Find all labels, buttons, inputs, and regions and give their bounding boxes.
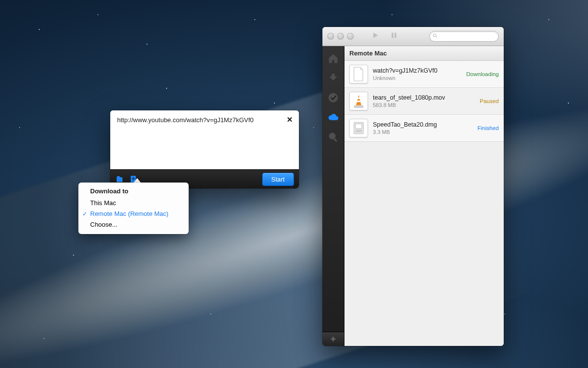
resume-button[interactable] — [371, 31, 379, 41]
sidebar-add-button[interactable] — [322, 332, 344, 346]
sidebar-item-completed[interactable] — [325, 89, 342, 106]
cloud-icon — [328, 112, 339, 123]
titlebar — [322, 27, 504, 46]
sidebar-item-search[interactable] — [325, 129, 342, 145]
search-input[interactable] — [429, 31, 499, 42]
download-status: Paused — [480, 98, 499, 104]
file-type-icon — [349, 65, 368, 83]
download-name: watch?v=gJ1Mz7kGVf0 — [373, 67, 462, 74]
download-to-popover: Download to This Mac ✓ Remote Mac (Remot… — [78, 183, 189, 234]
popover-item-remote-mac[interactable]: ✓ Remote Mac (Remote Mac) — [78, 209, 189, 219]
plus-icon — [330, 336, 337, 342]
download-row[interactable]: SpeedTao_Beta20.dmg 3.3 MB Finished — [344, 115, 504, 142]
section-title: Remote Mac — [344, 46, 504, 61]
file-type-icon — [349, 119, 368, 137]
download-subtext: 583.8 MB — [373, 102, 475, 108]
home-icon — [328, 53, 339, 64]
url-input[interactable]: http://www.youtube.com/watch?v=gJ1Mz7kGV… — [110, 110, 299, 169]
svg-line-7 — [436, 37, 438, 38]
popover-item-label: Remote Mac (Remote Mac) — [90, 210, 169, 217]
start-button[interactable]: Start — [262, 173, 294, 186]
svg-rect-11 — [334, 138, 337, 142]
downloads-window: Remote Mac watch?v=gJ1Mz7kGVf0 Unknown D… — [322, 27, 504, 346]
pause-button[interactable] — [390, 31, 398, 41]
clear-url-button[interactable]: ✕ — [285, 115, 294, 124]
svg-rect-14 — [354, 105, 363, 108]
window-minimize-button[interactable] — [337, 33, 344, 40]
popover-item-choose[interactable]: Choose... — [78, 219, 189, 230]
magnify-icon — [328, 131, 339, 142]
popover-item-this-mac[interactable]: This Mac — [78, 198, 189, 209]
svg-rect-0 — [117, 177, 122, 182]
search-icon — [432, 33, 438, 39]
popover-title: Download to — [78, 187, 189, 198]
popover-item-label: This Mac — [90, 199, 116, 207]
download-row-main: watch?v=gJ1Mz7kGVf0 Unknown — [373, 67, 462, 81]
download-arrow-icon — [328, 73, 339, 83]
sidebar-item-downloads[interactable] — [325, 70, 342, 86]
download-subtext: 3.3 MB — [373, 129, 473, 135]
svg-rect-4 — [392, 33, 393, 38]
svg-rect-20 — [356, 130, 362, 132]
sidebar-item-home[interactable] — [325, 50, 342, 67]
close-icon: ✕ — [287, 115, 293, 124]
svg-marker-15 — [356, 95, 362, 105]
popover-item-label: Choose... — [90, 221, 118, 228]
downloads-list: Remote Mac watch?v=gJ1Mz7kGVf0 Unknown D… — [344, 46, 504, 346]
download-name: tears_of_steel_1080p.mov — [373, 94, 475, 101]
search-field-wrap — [429, 31, 499, 42]
svg-marker-3 — [373, 33, 378, 38]
svg-rect-17 — [357, 101, 361, 102]
download-row[interactable]: watch?v=gJ1Mz7kGVf0 Unknown Downloading — [344, 61, 504, 88]
download-status: Downloading — [466, 71, 499, 77]
window-close-button[interactable] — [327, 33, 334, 40]
svg-rect-5 — [394, 33, 396, 38]
download-name: SpeedTao_Beta20.dmg — [373, 121, 473, 128]
window-zoom-button[interactable] — [347, 33, 354, 40]
new-download-window: http://www.youtube.com/watch?v=gJ1Mz7kGV… — [110, 110, 299, 188]
check-circle-icon — [328, 92, 339, 103]
checkmark-icon: ✓ — [82, 209, 87, 219]
download-subtext: Unknown — [373, 75, 462, 81]
svg-point-6 — [433, 34, 436, 37]
download-status: Finished — [478, 125, 499, 131]
url-input-value: http://www.youtube.com/watch?v=gJ1Mz7kGV… — [117, 116, 254, 124]
file-type-icon — [349, 92, 368, 110]
svg-rect-16 — [357, 98, 360, 99]
svg-point-9 — [329, 93, 338, 102]
download-row-main: SpeedTao_Beta20.dmg 3.3 MB — [373, 121, 473, 135]
sidebar — [322, 46, 344, 346]
playback-controls — [371, 31, 398, 41]
svg-marker-8 — [330, 74, 337, 80]
svg-rect-19 — [356, 124, 362, 129]
download-row-main: tears_of_steel_1080p.mov 583.8 MB — [373, 94, 475, 108]
svg-rect-13 — [331, 339, 335, 340]
sidebar-item-cloud[interactable] — [325, 109, 342, 126]
download-row[interactable]: tears_of_steel_1080p.mov 583.8 MB Paused — [344, 88, 504, 115]
